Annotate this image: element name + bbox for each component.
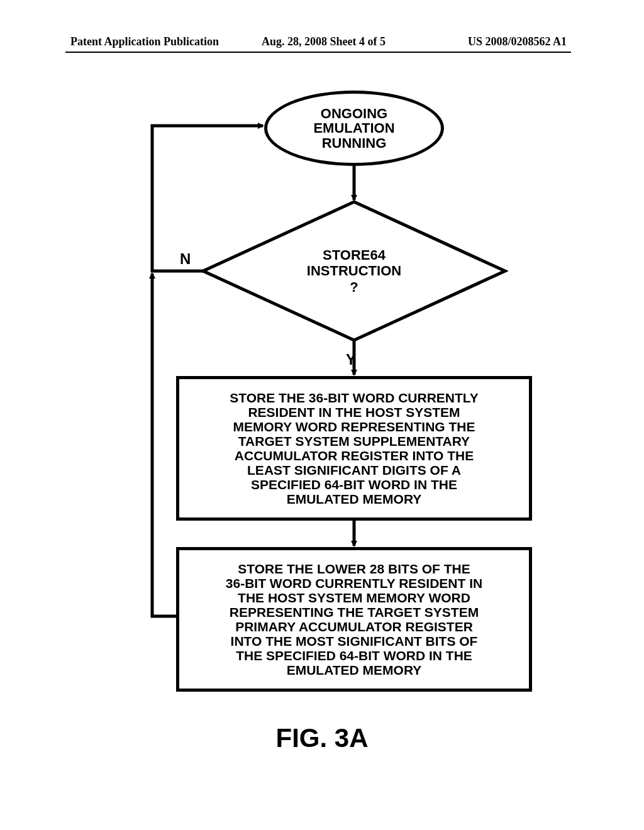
- process-store-supplementary: STORE THE 36-BIT WORD CURRENTLY RESIDENT…: [176, 376, 532, 521]
- terminator-start: ONGOING EMULATION RUNNING: [264, 91, 444, 166]
- branch-no-label: N: [180, 250, 191, 268]
- decision-store64: STORE64 INSTRUCTION ?: [200, 199, 508, 343]
- figure: ONGOING EMULATION RUNNING STORE64 INSTRU…: [0, 0, 644, 830]
- process-store-primary: STORE THE LOWER 28 BITS OF THE 36-BIT WO…: [176, 547, 532, 692]
- decision-label: STORE64 INSTRUCTION ?: [200, 199, 508, 343]
- figure-label: FIG. 3A: [0, 723, 644, 753]
- branch-yes-label: Y: [346, 351, 356, 368]
